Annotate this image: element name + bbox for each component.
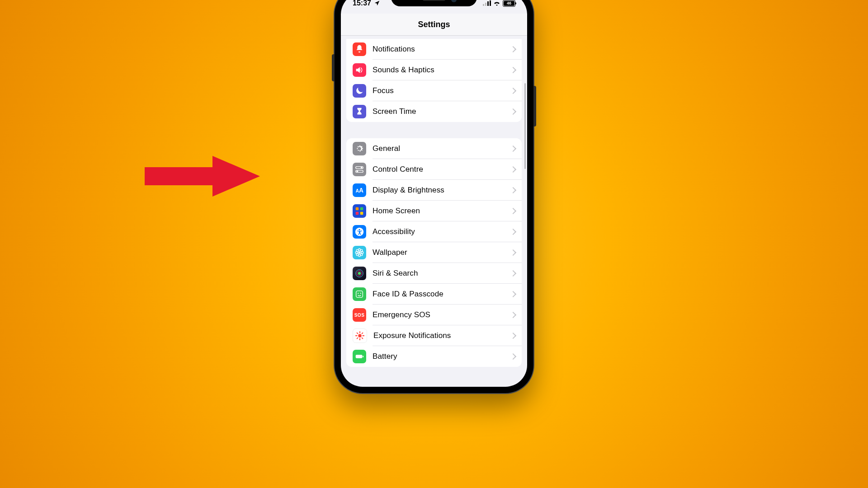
- chevron-right-icon: [510, 208, 516, 214]
- toggles-icon: [353, 163, 366, 176]
- svg-marker-0: [145, 156, 260, 197]
- chevron-right-icon: [510, 353, 516, 360]
- exposure-icon: [353, 328, 367, 343]
- status-time: 15:37: [353, 0, 371, 7]
- siri-icon: [353, 267, 366, 280]
- row-general[interactable]: General: [346, 138, 522, 159]
- row-screen-time[interactable]: Screen Time: [346, 101, 522, 122]
- row-label: Display & Brightness: [373, 186, 511, 195]
- row-sounds-haptics[interactable]: Sounds & Haptics: [346, 60, 522, 80]
- navbar-title: Settings: [418, 20, 450, 29]
- row-label: Face ID & Passcode: [373, 290, 511, 299]
- settings-group: GeneralControl CentreDisplay & Brightnes…: [346, 138, 522, 367]
- speaker-icon: [353, 63, 366, 77]
- chevron-right-icon: [510, 333, 516, 339]
- speaker-grille: [423, 0, 445, 1]
- row-label: Screen Time: [373, 107, 511, 116]
- row-control-centre[interactable]: Control Centre: [346, 159, 522, 180]
- row-display-brightness[interactable]: Display & Brightness: [346, 180, 522, 201]
- bell-icon: [353, 42, 366, 56]
- moon-icon: [353, 84, 366, 98]
- row-label: Sounds & Haptics: [373, 66, 511, 75]
- grid-icon: [353, 204, 366, 218]
- row-label: Control Centre: [373, 165, 511, 174]
- row-label: General: [373, 144, 511, 153]
- chevron-right-icon: [510, 108, 516, 115]
- phone-screen: 15:37 46 Settings: [341, 0, 527, 387]
- chevron-right-icon: [510, 145, 516, 152]
- row-label: Battery: [373, 352, 511, 361]
- row-focus[interactable]: Focus: [346, 80, 522, 101]
- chevron-right-icon: [510, 166, 516, 173]
- face-icon: [353, 287, 366, 301]
- battery-icon: [353, 350, 366, 363]
- row-siri-search[interactable]: Siri & Search: [346, 263, 522, 284]
- settings-list[interactable]: NotificationsSounds & HapticsFocusScreen…: [341, 35, 527, 387]
- row-battery[interactable]: Battery: [346, 346, 522, 367]
- flower-icon: [353, 246, 366, 259]
- chevron-right-icon: [510, 249, 516, 256]
- chevron-right-icon: [510, 270, 516, 277]
- row-label: Focus: [373, 86, 511, 95]
- aa-icon: [353, 183, 366, 197]
- settings-group: NotificationsSounds & HapticsFocusScreen…: [346, 39, 522, 122]
- gear-icon: [353, 142, 366, 155]
- notch: [391, 0, 477, 6]
- hourglass-icon: [353, 105, 366, 118]
- row-label: Siri & Search: [373, 269, 511, 278]
- chevron-right-icon: [510, 229, 516, 235]
- chevron-right-icon: [510, 67, 516, 73]
- row-label: Wallpaper: [373, 248, 511, 257]
- svg-rect-4: [490, 0, 491, 6]
- accessibility-icon: [353, 225, 366, 239]
- annotation-arrow-icon: [145, 156, 262, 197]
- wifi-icon: [493, 0, 500, 6]
- scroll-indicator[interactable]: [524, 83, 526, 169]
- row-exposure-notifications[interactable]: Exposure Notifications: [346, 325, 522, 346]
- row-label: Home Screen: [373, 206, 511, 216]
- battery-level: 46: [507, 1, 511, 5]
- stage: 15:37 46 Settings: [0, 0, 868, 488]
- navbar: Settings: [341, 14, 527, 36]
- row-notifications[interactable]: Notifications: [346, 39, 522, 60]
- sos-icon: SOS: [353, 308, 366, 322]
- location-icon: [374, 0, 380, 6]
- row-home-screen[interactable]: Home Screen: [346, 201, 522, 221]
- row-label: Emergency SOS: [373, 310, 511, 319]
- cellular-icon: [483, 0, 491, 6]
- row-wallpaper[interactable]: Wallpaper: [346, 242, 522, 263]
- svg-rect-3: [487, 1, 489, 6]
- chevron-right-icon: [510, 291, 516, 297]
- svg-rect-1: [483, 4, 484, 6]
- row-label: Exposure Notifications: [373, 331, 511, 340]
- svg-rect-2: [485, 3, 486, 6]
- row-emergency-sos[interactable]: SOSEmergency SOS: [346, 305, 522, 325]
- row-accessibility[interactable]: Accessibility: [346, 221, 522, 242]
- phone-frame: 15:37 46 Settings: [335, 0, 533, 393]
- front-camera: [451, 0, 457, 2]
- row-label: Notifications: [373, 45, 511, 54]
- chevron-right-icon: [510, 312, 516, 318]
- chevron-right-icon: [510, 187, 516, 193]
- battery-icon: 46: [503, 0, 515, 7]
- row-face-id-passcode[interactable]: Face ID & Passcode: [346, 284, 522, 305]
- chevron-right-icon: [510, 88, 516, 94]
- chevron-right-icon: [510, 46, 516, 52]
- row-label: Accessibility: [373, 227, 511, 236]
